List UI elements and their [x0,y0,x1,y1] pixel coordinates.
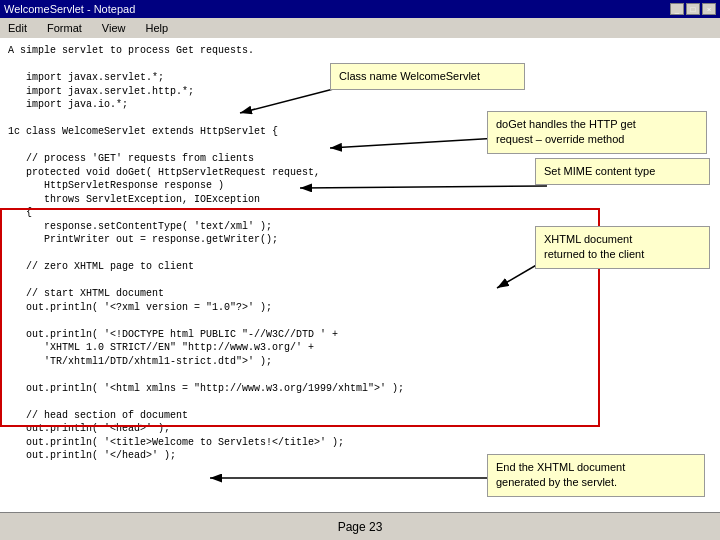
menu-format[interactable]: Format [43,21,86,35]
menu-view[interactable]: View [98,21,130,35]
callout-end-xhtml-text: End the XHTML documentgenerated by the s… [496,461,625,488]
callout-class-name-text: Class name WelcomeServlet [339,70,480,82]
title-bar-buttons: _ □ × [670,3,716,15]
page-number: Page 23 [338,520,383,534]
callout-xhtml-doc: XHTML documentreturned to the client [535,226,710,269]
main-window: WelcomeServlet - Notepad _ □ × Edit Form… [0,0,720,540]
callout-doget: doGet handles the HTTP getrequest – over… [487,111,707,154]
callout-end-xhtml: End the XHTML documentgenerated by the s… [487,454,705,497]
callout-class-name: Class name WelcomeServlet [330,63,525,90]
content-area: A simple servlet to process Get requests… [0,38,720,512]
title-bar: WelcomeServlet - Notepad _ □ × [0,0,720,18]
callout-mime-text: Set MIME content type [544,165,655,177]
window-title: WelcomeServlet - Notepad [4,3,135,15]
menu-edit[interactable]: Edit [4,21,31,35]
menu-help[interactable]: Help [141,21,172,35]
close-button[interactable]: × [702,3,716,15]
menu-bar: Edit Format View Help [0,18,720,38]
minimize-button[interactable]: _ [670,3,684,15]
callout-xhtml-doc-text: XHTML documentreturned to the client [544,233,644,260]
callout-doget-text: doGet handles the HTTP getrequest – over… [496,118,636,145]
maximize-button[interactable]: □ [686,3,700,15]
callout-mime: Set MIME content type [535,158,710,185]
page-footer: Page 23 [0,512,720,540]
